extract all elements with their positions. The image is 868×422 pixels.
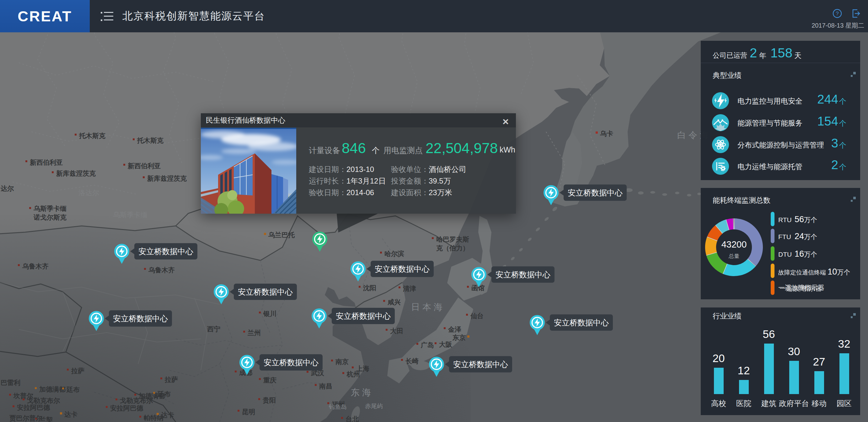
- svg-text:加德满都: 加德满都: [39, 386, 66, 393]
- svg-text:广岛: 广岛: [421, 342, 434, 349]
- svg-text:南京: 南京: [335, 358, 349, 365]
- svg-text:杭州: 杭州: [346, 370, 360, 378]
- svg-text:乌鲁木齐: 乌鲁木齐: [148, 266, 175, 273]
- svg-text:兰州: 兰州: [247, 329, 261, 336]
- svg-text:新西伯利亚: 新西伯利亚: [127, 162, 161, 169]
- svg-text:托木斯克: 托木斯克: [79, 132, 105, 139]
- svg-text:日本海: 日本海: [411, 302, 445, 312]
- svg-text:乌兰巴托: 乌兰巴托: [268, 231, 295, 238]
- svg-text:达卡: 达卡: [64, 411, 78, 418]
- svg-text:托木斯克: 托木斯克: [137, 137, 163, 144]
- svg-text:洛达尔: 洛达尔: [79, 189, 99, 197]
- svg-text:巴雷利: 巴雷利: [1, 379, 21, 386]
- svg-text:克（伯力）: 克（伯力）: [436, 245, 469, 252]
- svg-text:贾巴尔普尔: 贾巴尔普尔: [9, 415, 43, 422]
- svg-text:新西伯利亚: 新西伯利亚: [30, 159, 63, 166]
- svg-text:清津: 清津: [403, 285, 416, 292]
- svg-text:乌斯季卡缅: 乌斯季卡缅: [113, 211, 148, 219]
- svg-text:达尔: 达尔: [0, 185, 14, 192]
- svg-text:台北: 台北: [345, 415, 359, 422]
- svg-text:大田: 大田: [390, 327, 403, 334]
- svg-text:戈勒克布尔: 戈勒克布尔: [27, 397, 60, 404]
- svg-text:南昌: 南昌: [319, 383, 332, 390]
- svg-text:大阪: 大阪: [439, 341, 453, 348]
- svg-text:哈尔滨: 哈尔滨: [384, 250, 404, 257]
- svg-text:沈阳: 沈阳: [363, 284, 376, 291]
- svg-text:贵阳: 贵阳: [262, 397, 276, 404]
- svg-text:长崎: 长崎: [405, 357, 418, 365]
- svg-text:乌斯季卡缅: 乌斯季卡缅: [33, 205, 66, 212]
- svg-text:赤尾屿: 赤尾屿: [365, 403, 383, 410]
- svg-text:安拉阿巴德: 安拉阿巴德: [17, 404, 50, 411]
- svg-text:拉萨: 拉萨: [164, 376, 178, 383]
- svg-text:哈巴罗夫斯: 哈巴罗夫斯: [436, 236, 469, 243]
- svg-text:钓鱼岛: 钓鱼岛: [329, 403, 347, 410]
- svg-text:廷布: 廷布: [66, 386, 80, 393]
- svg-text:东海: 东海: [351, 388, 373, 397]
- svg-text:乌卡: 乌卡: [600, 130, 613, 137]
- svg-text:拉萨: 拉萨: [71, 367, 85, 374]
- svg-text:安拉阿巴德: 安拉阿巴德: [110, 404, 144, 412]
- svg-text:新库兹涅茨克: 新库兹涅茨克: [147, 175, 187, 182]
- svg-text:乌鲁木齐: 乌鲁木齐: [22, 263, 49, 270]
- svg-text:西宁: 西宁: [207, 325, 220, 332]
- svg-text:廷布: 廷布: [157, 390, 171, 397]
- svg-text:新库兹涅茨克: 新库兹涅茨克: [56, 170, 96, 177]
- svg-text:昆明: 昆明: [242, 408, 255, 415]
- svg-text:银川: 银川: [263, 310, 276, 317]
- svg-text:诺戈尔斯克: 诺戈尔斯克: [33, 214, 66, 221]
- svg-text:仙台: 仙台: [470, 312, 484, 319]
- svg-text:?: ?: [836, 11, 838, 17]
- svg-text:帕特纳: 帕特纳: [144, 414, 163, 421]
- svg-text:咸兴: 咸兴: [387, 298, 401, 306]
- svg-text:重庆: 重庆: [263, 377, 276, 384]
- svg-text:金泽: 金泽: [448, 326, 462, 333]
- svg-text:东京: 东京: [452, 334, 466, 341]
